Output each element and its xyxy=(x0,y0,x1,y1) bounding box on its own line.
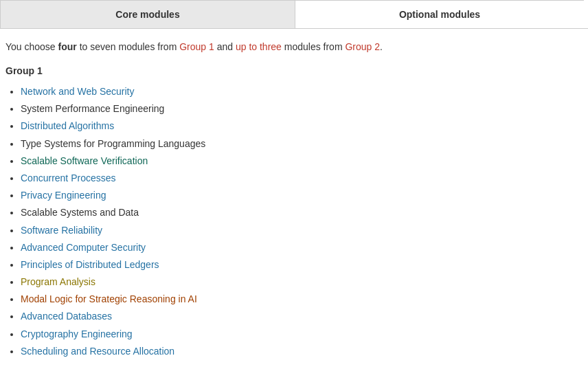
module-link[interactable]: Advanced Computer Security xyxy=(21,242,146,253)
main-content: You choose four to seven modules from Gr… xyxy=(0,29,588,371)
group1-link[interactable]: Group 1 xyxy=(179,41,214,52)
up-to-link[interactable]: up to three xyxy=(236,41,282,52)
list-item: Advanced Computer Security xyxy=(21,239,583,256)
list-item: Scalable Systems and Data xyxy=(21,204,583,221)
module-link[interactable]: Network and Web Security xyxy=(21,86,134,97)
list-item: Principles of Distributed Ledgers xyxy=(21,256,583,273)
module-link[interactable]: Modal Logic for Strategic Reasoning in A… xyxy=(21,293,197,304)
module-link[interactable]: Scheduling and Resource Allocation xyxy=(21,346,174,357)
module-link[interactable]: Privacy Engineering xyxy=(21,190,106,201)
list-item: Advanced Databases xyxy=(21,308,583,325)
list-item: Modal Logic for Strategic Reasoning in A… xyxy=(21,291,583,308)
module-link[interactable]: Concurrent Processes xyxy=(21,172,116,183)
list-item: Concurrent Processes xyxy=(21,170,583,187)
module-link[interactable]: Scalable Software Verification xyxy=(21,155,148,166)
bold-four: four xyxy=(58,41,77,52)
tab-optional[interactable]: Optional modules xyxy=(295,0,584,28)
module-link[interactable]: Advanced Databases xyxy=(21,311,112,322)
module-link[interactable]: Principles of Distributed Ledgers xyxy=(21,259,159,270)
list-item: Distributed Algorithms xyxy=(21,118,583,135)
group-1-title: Group 1 xyxy=(5,65,583,76)
module-link[interactable]: Software Reliability xyxy=(21,225,102,236)
module-link[interactable]: Program Analysis xyxy=(21,276,95,287)
list-item: Scalable Software Verification xyxy=(21,153,583,170)
module-link[interactable]: Cryptography Engineering xyxy=(21,328,133,339)
list-item: Privacy Engineering xyxy=(21,187,583,204)
list-item: Network and Web Security xyxy=(21,83,583,100)
list-item: Cryptography Engineering xyxy=(21,326,583,343)
group2-link[interactable]: Group 2 xyxy=(345,41,380,52)
list-item: Type Systems for Programming Languages xyxy=(21,135,583,153)
tabs-container: Core modules Optional modules xyxy=(0,0,588,29)
list-item: Program Analysis xyxy=(21,273,583,291)
module-link[interactable]: Distributed Algorithms xyxy=(21,120,114,131)
list-item: Scheduling and Resource Allocation xyxy=(21,343,583,360)
module-list-group1: Network and Web SecuritySystem Performan… xyxy=(5,83,583,360)
group-1: Group 1 Network and Web SecuritySystem P… xyxy=(5,65,583,360)
tab-core[interactable]: Core modules xyxy=(0,0,295,28)
list-item: Software Reliability xyxy=(21,222,583,239)
description: You choose four to seven modules from Gr… xyxy=(5,40,583,54)
list-item: System Performance Engineering xyxy=(21,100,583,118)
